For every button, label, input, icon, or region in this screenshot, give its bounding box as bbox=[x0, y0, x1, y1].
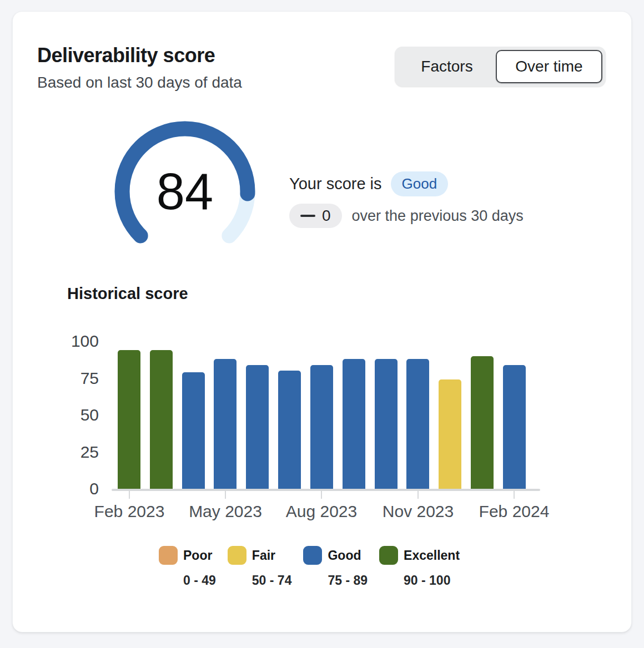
bar[interactable] bbox=[343, 359, 365, 489]
x-axis-label: Feb 2024 bbox=[467, 502, 561, 521]
bar[interactable] bbox=[182, 372, 205, 489]
chart-legend: Poor0 - 49Fair50 - 74Good75 - 89Excellen… bbox=[159, 546, 460, 588]
legend-range: 75 - 89 bbox=[328, 573, 368, 588]
x-axis-line bbox=[112, 489, 540, 491]
bar[interactable] bbox=[503, 365, 526, 489]
legend-swatch-icon bbox=[228, 546, 246, 565]
historical-score-chart: 0255075100Feb 2023May 2023Aug 2023Nov 20… bbox=[13, 12, 631, 632]
bar[interactable] bbox=[310, 365, 333, 489]
x-axis-tick bbox=[225, 491, 226, 499]
x-axis-tick bbox=[129, 491, 130, 499]
bar[interactable] bbox=[150, 350, 173, 489]
legend-label: Fair bbox=[252, 548, 275, 563]
x-axis-label: Feb 2023 bbox=[82, 502, 177, 521]
y-axis-label: 0 bbox=[54, 479, 99, 498]
legend-item-poor: Poor0 - 49 bbox=[159, 546, 216, 588]
x-axis-label: May 2023 bbox=[178, 502, 273, 521]
legend-item-fair: Fair50 - 74 bbox=[228, 546, 292, 588]
legend-swatch-icon bbox=[159, 546, 178, 565]
bar[interactable] bbox=[278, 371, 301, 489]
y-axis-label: 25 bbox=[54, 443, 99, 462]
bar[interactable] bbox=[375, 359, 398, 489]
bar[interactable] bbox=[214, 359, 237, 489]
legend-item-excellent: Excellent90 - 100 bbox=[379, 546, 460, 588]
legend-range: 90 - 100 bbox=[404, 573, 460, 588]
legend-label: Good bbox=[328, 548, 361, 563]
deliverability-score-card: Deliverability score Based on last 30 da… bbox=[12, 11, 632, 632]
y-axis-label: 50 bbox=[54, 406, 99, 424]
y-axis-label: 75 bbox=[54, 369, 99, 388]
legend-label: Excellent bbox=[404, 548, 460, 563]
x-axis-label: Nov 2023 bbox=[371, 502, 465, 521]
bar[interactable] bbox=[118, 350, 140, 489]
bar[interactable] bbox=[439, 379, 461, 489]
y-axis-label: 100 bbox=[54, 332, 99, 351]
x-axis-tick bbox=[321, 491, 322, 499]
x-axis-label: Aug 2023 bbox=[274, 502, 369, 521]
legend-item-good: Good75 - 89 bbox=[303, 546, 368, 588]
legend-swatch-icon bbox=[379, 546, 398, 565]
x-axis-tick bbox=[514, 491, 515, 499]
bar[interactable] bbox=[406, 359, 429, 489]
legend-swatch-icon bbox=[303, 546, 322, 565]
legend-label: Poor bbox=[183, 548, 212, 563]
legend-range: 0 - 49 bbox=[183, 573, 216, 588]
x-axis-tick bbox=[417, 491, 419, 499]
legend-range: 50 - 74 bbox=[252, 573, 292, 588]
bar[interactable] bbox=[246, 365, 269, 489]
bar[interactable] bbox=[471, 356, 494, 489]
